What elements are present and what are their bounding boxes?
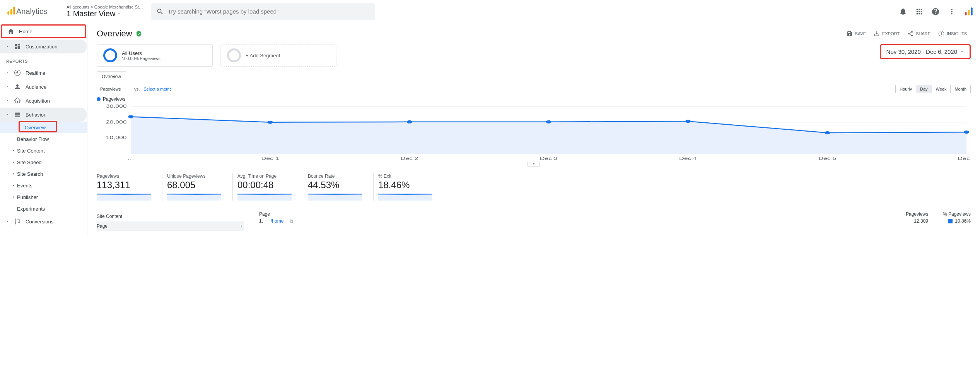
segment-all-users[interactable]: All Users 100.00% Pageviews bbox=[97, 44, 213, 67]
export-button[interactable]: EXPORT bbox=[870, 31, 903, 37]
metric-card[interactable]: Bounce Rate 44.53% bbox=[308, 173, 374, 201]
granularity-month[interactable]: Month bbox=[950, 85, 970, 93]
sidebar-subitem-publisher[interactable]: Publisher bbox=[17, 191, 87, 203]
view-selector[interactable]: 1 Master View bbox=[67, 9, 143, 18]
behavior-icon bbox=[14, 111, 21, 118]
segments-row: All Users 100.00% Pageviews + Add Segmen… bbox=[87, 44, 980, 67]
metric-label: Pageviews bbox=[97, 173, 157, 179]
svg-text:20,000: 20,000 bbox=[106, 120, 127, 124]
bar-icon bbox=[948, 219, 953, 223]
sidebar-subitem-site-content[interactable]: Site Content bbox=[17, 145, 87, 156]
search-input[interactable] bbox=[168, 8, 370, 15]
line-chart: 10,00020,00030,000…Dec 1Dec 2Dec 3Dec 4D… bbox=[97, 104, 971, 161]
metric-label: Unique Pageviews bbox=[167, 173, 228, 179]
verified-shield-icon bbox=[135, 30, 142, 37]
search-box[interactable] bbox=[151, 3, 375, 20]
sidebar-subitem-events[interactable]: Events bbox=[17, 180, 87, 191]
add-segment-button[interactable]: + Add Segment bbox=[220, 44, 336, 67]
svg-text:Dec 4: Dec 4 bbox=[679, 156, 697, 161]
tab-overview[interactable]: Overview bbox=[97, 71, 126, 82]
apps-icon[interactable] bbox=[915, 7, 924, 16]
page-header: Overview SAVE EXPORT SHARE INSIGHTS bbox=[87, 23, 980, 44]
metric-label: % Exit bbox=[378, 173, 439, 179]
sidebar-item-conversions[interactable]: Conversions bbox=[0, 214, 87, 228]
account-avatar[interactable] bbox=[964, 7, 974, 17]
app-title: Analytics bbox=[16, 7, 47, 16]
sidebar-reports-header: REPORTS bbox=[0, 53, 87, 66]
date-range-picker[interactable]: Nov 30, 2020 - Dec 6, 2020 bbox=[880, 44, 971, 59]
sparkline bbox=[308, 193, 362, 201]
svg-rect-3 bbox=[965, 12, 966, 15]
svg-text:Dec 2: Dec 2 bbox=[401, 156, 418, 161]
granularity-group: Hourly Day Week Month bbox=[895, 85, 971, 93]
export-icon bbox=[874, 31, 880, 37]
granularity-hourly[interactable]: Hourly bbox=[896, 85, 916, 93]
header-icons bbox=[899, 7, 974, 17]
metric-label: Avg. Time on Page bbox=[237, 173, 298, 179]
chevron-right-icon bbox=[239, 224, 244, 228]
svg-text:30,000: 30,000 bbox=[106, 104, 127, 108]
save-button[interactable]: SAVE bbox=[843, 31, 870, 37]
metric-value: 44.53% bbox=[308, 180, 369, 190]
chevron-down-icon bbox=[117, 12, 121, 16]
sidebar-subitem-experiments[interactable]: Experiments bbox=[17, 203, 87, 214]
chevron-right-icon bbox=[12, 195, 15, 199]
sidebar-subitem-behavior-flow[interactable]: Behavior Flow bbox=[17, 133, 87, 145]
home-icon bbox=[7, 28, 14, 35]
sidebar-subitem-site-speed[interactable]: Site Speed bbox=[17, 156, 87, 168]
vs-label: vs. bbox=[134, 87, 140, 91]
granularity-week[interactable]: Week bbox=[932, 85, 951, 93]
svg-point-14 bbox=[267, 121, 273, 124]
sidebar-subitem-overview[interactable]: Overview bbox=[0, 122, 87, 133]
metric-card[interactable]: % Exit 18.46% bbox=[378, 173, 444, 201]
select-metric-link[interactable]: Select a metric bbox=[143, 87, 172, 91]
share-button[interactable]: SHARE bbox=[903, 31, 934, 37]
chevron-down-icon bbox=[123, 87, 127, 91]
insights-button[interactable]: INSIGHTS bbox=[934, 31, 971, 37]
svg-rect-4 bbox=[968, 10, 970, 15]
chart-legend: Pageviews bbox=[87, 96, 980, 102]
svg-text:…: … bbox=[127, 156, 134, 161]
logo-area: Analytics bbox=[6, 6, 64, 17]
site-content-row-page[interactable]: Page bbox=[97, 221, 244, 231]
bell-icon[interactable] bbox=[899, 7, 907, 16]
svg-text:Dec 3: Dec 3 bbox=[540, 156, 558, 161]
metric-value: 18.46% bbox=[378, 180, 439, 190]
metric-card[interactable]: Pageviews 113,311 bbox=[97, 173, 162, 201]
search-icon bbox=[156, 8, 164, 15]
share-icon bbox=[907, 31, 913, 37]
page-link[interactable]: /home bbox=[271, 218, 283, 224]
metric-dropdown[interactable]: Pageviews bbox=[97, 85, 130, 93]
svg-point-15 bbox=[407, 120, 412, 124]
granularity-day[interactable]: Day bbox=[916, 85, 932, 93]
dashboard-icon bbox=[14, 43, 21, 50]
account-picker[interactable]: All accounts > Google Merchandise St… 1 … bbox=[67, 5, 143, 18]
insights-icon bbox=[938, 31, 944, 37]
chevron-right-icon bbox=[12, 149, 15, 153]
chevron-right-icon bbox=[5, 45, 9, 48]
svg-text:Dec 6: Dec 6 bbox=[958, 156, 971, 161]
sidebar-subitem-site-search[interactable]: Site Search bbox=[17, 168, 87, 180]
sidebar-item-behavior[interactable]: Behavior bbox=[0, 108, 87, 122]
svg-text:Dec 1: Dec 1 bbox=[261, 156, 279, 161]
flag-icon bbox=[14, 218, 21, 225]
metric-card[interactable]: Avg. Time on Page 00:00:48 bbox=[237, 173, 303, 201]
main-content: Overview SAVE EXPORT SHARE INSIGHTS All … bbox=[87, 23, 980, 235]
help-icon[interactable] bbox=[931, 7, 940, 16]
sidebar-item-acquisition[interactable]: Acquisition bbox=[0, 94, 87, 108]
metric-value: 68,005 bbox=[167, 180, 228, 190]
sidebar-item-customization[interactable]: Customization bbox=[0, 39, 87, 53]
metric-card[interactable]: Unique Pageviews 68,005 bbox=[167, 173, 233, 201]
sidebar-item-audience[interactable]: Audience bbox=[0, 80, 87, 94]
more-vert-icon[interactable] bbox=[948, 7, 956, 16]
sparkline bbox=[97, 193, 151, 201]
svg-text:10,000: 10,000 bbox=[106, 136, 127, 140]
person-icon bbox=[14, 83, 21, 90]
table-row[interactable]: 1./home⧉ 12,309 10.86% bbox=[259, 217, 971, 225]
metric-value: 00:00:48 bbox=[237, 180, 298, 190]
open-icon[interactable]: ⧉ bbox=[290, 218, 293, 224]
svg-point-16 bbox=[546, 120, 551, 124]
sidebar-item-realtime[interactable]: Realtime bbox=[0, 66, 87, 80]
sidebar-item-home[interactable]: Home bbox=[1, 24, 86, 38]
chevron-right-icon bbox=[5, 99, 9, 103]
